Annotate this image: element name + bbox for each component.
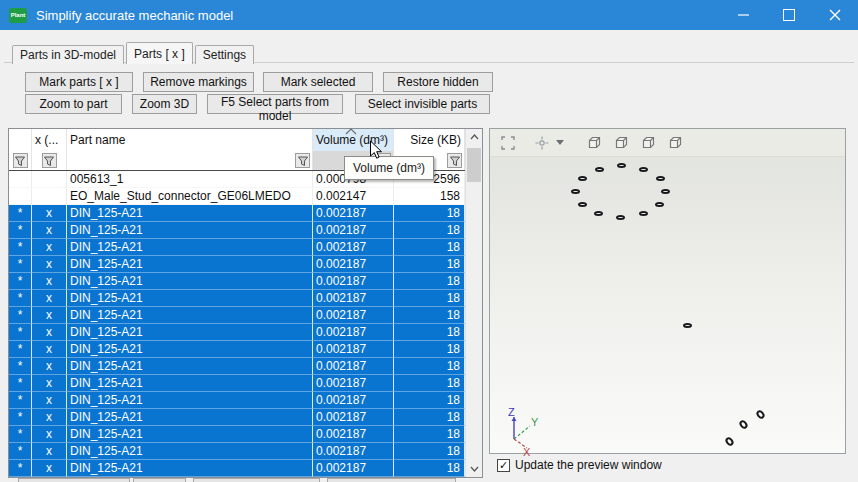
table-row[interactable]: *xDIN_125-A210.00218718 <box>9 290 466 307</box>
cell-size: 18 <box>394 273 465 290</box>
table-row[interactable]: *xDIN_125-A210.00218718 <box>9 358 466 375</box>
fit-view-icon <box>500 135 516 151</box>
cell-volume: 0.002187 <box>313 409 394 426</box>
cell-marker: * <box>9 205 32 222</box>
cell-size: 18 <box>394 460 465 477</box>
cell-marker: * <box>9 239 32 256</box>
cell-x: x <box>32 392 67 409</box>
maximize-button[interactable] <box>766 0 812 30</box>
partial-button[interactable] <box>133 478 186 482</box>
cell-marker: * <box>9 222 32 239</box>
cell-volume: 0.002187 <box>313 426 394 443</box>
view-preset-4-icon <box>666 135 683 151</box>
cell-marker: * <box>9 460 32 477</box>
table-row[interactable]: *xDIN_125-A210.00218718 <box>9 460 466 477</box>
cell-part-name: 005613_1 <box>67 171 313 188</box>
cell-marker: * <box>9 443 32 460</box>
cell-size: 18 <box>394 307 465 324</box>
cell-x: x <box>32 426 67 443</box>
cell-x: x <box>32 409 67 426</box>
orbit-dropdown-button[interactable] <box>556 140 564 145</box>
app-window: Plant Simplify accurate mechanic model P… <box>0 0 858 482</box>
table-row[interactable]: *xDIN_125-A210.00218718 <box>9 307 466 324</box>
filter-funnel-button[interactable] <box>13 153 28 168</box>
partial-button[interactable] <box>327 478 456 482</box>
tab-parts-x[interactable]: Parts [ x ] <box>126 42 193 64</box>
window-title: Simplify accurate mechanic model <box>36 8 233 23</box>
column-header-size[interactable]: Size (KB) <box>394 129 465 151</box>
select-invisible-parts-button[interactable]: Select invisible parts <box>355 94 490 114</box>
zoom-to-part-button[interactable]: Zoom to part <box>25 94 122 114</box>
column-header-x[interactable]: x (... <box>32 129 67 151</box>
table-row[interactable]: *xDIN_125-A210.00218718 <box>9 205 466 222</box>
fit-view-button[interactable] <box>500 135 516 151</box>
view-preset-4-button[interactable] <box>666 135 683 151</box>
table-row[interactable]: *xDIN_125-A210.00218718 <box>9 341 466 358</box>
close-button[interactable] <box>812 0 858 30</box>
filter-funnel-icon <box>297 155 309 167</box>
remove-markings-button[interactable]: Remove markings <box>143 72 254 92</box>
cell-size: 18 <box>394 443 465 460</box>
update-preview-checkbox[interactable]: ✓ <box>497 459 510 472</box>
cell-x <box>32 171 67 188</box>
axis-z-label: Z <box>508 406 515 418</box>
table-row[interactable]: *xDIN_125-A210.00218718 <box>9 273 466 290</box>
cell-x: x <box>32 460 67 477</box>
scrollbar-thumb[interactable] <box>467 148 481 182</box>
tab-settings[interactable]: Settings <box>195 45 254 64</box>
cell-volume: 0.002187 <box>313 205 394 222</box>
restore-hidden-button[interactable]: Restore hidden <box>383 72 493 92</box>
table-row[interactable]: EO_Male_Stud_connector_GE06LMEDO0.002147… <box>9 188 466 205</box>
view-preset-3-button[interactable] <box>639 135 656 151</box>
view-preset-2-button[interactable] <box>612 135 629 151</box>
cell-x: x <box>32 273 67 290</box>
cell-marker: * <box>9 307 32 324</box>
filter-cell-part-name[interactable] <box>67 151 313 170</box>
update-preview-label: Update the preview window <box>515 458 662 472</box>
table-row[interactable]: *xDIN_125-A210.00218718 <box>9 392 466 409</box>
view-preset-1-icon <box>585 135 602 151</box>
view-preset-1-button[interactable] <box>585 135 602 151</box>
column-header-part-name[interactable]: Part name <box>67 129 313 151</box>
cell-volume: 0.002187 <box>313 392 394 409</box>
cell-part-name: DIN_125-A21 <box>67 409 313 426</box>
table-vertical-scrollbar[interactable] <box>465 129 482 477</box>
cell-volume: 0.002187 <box>313 307 394 324</box>
cell-x: x <box>32 341 67 358</box>
table-row[interactable]: *xDIN_125-A210.00218718 <box>9 426 466 443</box>
table-row[interactable]: *xDIN_125-A210.00218718 <box>9 239 466 256</box>
cell-marker: * <box>9 426 32 443</box>
f5-select-parts-button[interactable]: F5 Select parts from model <box>207 94 343 114</box>
mouse-cursor <box>369 140 384 161</box>
mark-selected-button[interactable]: Mark selected <box>263 72 373 92</box>
cell-x <box>32 188 67 205</box>
table-row[interactable]: *xDIN_125-A210.00218718 <box>9 375 466 392</box>
zoom-3d-button[interactable]: Zoom 3D <box>132 94 197 114</box>
scroll-up-button[interactable] <box>466 129 482 145</box>
cell-x: x <box>32 290 67 307</box>
filter-funnel-button[interactable] <box>42 153 57 168</box>
minimize-button[interactable] <box>720 0 766 30</box>
filter-funnel-icon <box>43 155 55 167</box>
table-row[interactable]: *xDIN_125-A210.00218718 <box>9 222 466 239</box>
preview-panel <box>489 128 846 454</box>
cell-x: x <box>32 375 67 392</box>
cell-size: 18 <box>394 341 465 358</box>
table-row[interactable]: *xDIN_125-A210.00218718 <box>9 256 466 273</box>
cell-size: 18 <box>394 256 465 273</box>
table-row[interactable]: *xDIN_125-A210.00218718 <box>9 443 466 460</box>
column-header-marker[interactable] <box>9 129 32 151</box>
app-icon: Plant <box>9 8 27 23</box>
cell-x: x <box>32 324 67 341</box>
orbit-button[interactable] <box>535 136 549 150</box>
partial-button[interactable] <box>18 478 130 482</box>
cell-part-name: DIN_125-A21 <box>67 358 313 375</box>
partial-button[interactable] <box>193 478 320 482</box>
filter-funnel-button[interactable] <box>295 153 310 168</box>
table-row[interactable]: *xDIN_125-A210.00218718 <box>9 324 466 341</box>
table-row[interactable]: *xDIN_125-A210.00218718 <box>9 409 466 426</box>
filter-funnel-button[interactable] <box>447 153 462 168</box>
tab-parts-in-3d-model[interactable]: Parts in 3D-model <box>12 45 124 64</box>
mark-parts-button[interactable]: Mark parts [ x ] <box>25 72 133 92</box>
scroll-down-button[interactable] <box>466 461 482 477</box>
